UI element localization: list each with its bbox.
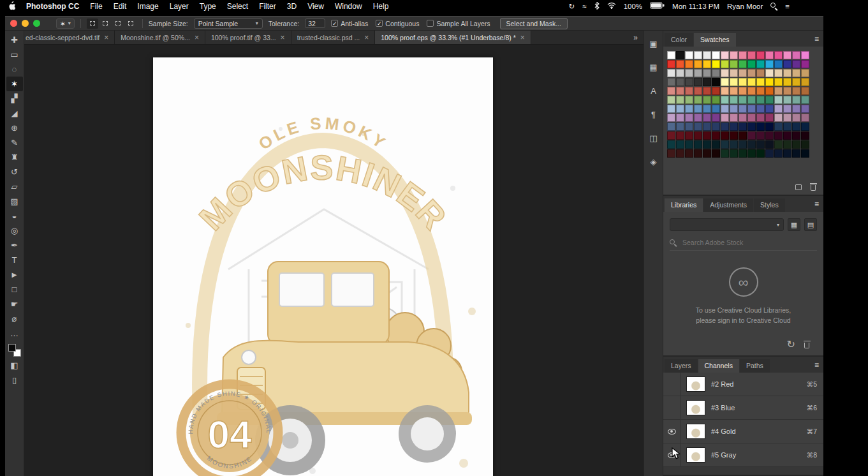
panel-tab-styles[interactable]: Styles bbox=[754, 198, 785, 212]
wifi-icon[interactable] bbox=[607, 2, 616, 10]
panel-tab-swatches[interactable]: Swatches bbox=[694, 33, 736, 47]
swatch[interactable] bbox=[792, 140, 800, 149]
swatch[interactable] bbox=[703, 78, 711, 86]
swatch[interactable] bbox=[747, 78, 756, 86]
collapsed-glyphs-panel-icon[interactable]: ◈ bbox=[647, 155, 661, 168]
swatch[interactable] bbox=[676, 114, 684, 122]
swatch[interactable] bbox=[747, 105, 756, 113]
swatch[interactable] bbox=[765, 140, 774, 149]
swatch[interactable] bbox=[703, 114, 711, 122]
swatch[interactable] bbox=[721, 60, 729, 68]
swatch[interactable] bbox=[703, 60, 711, 68]
swatch[interactable] bbox=[739, 123, 747, 131]
swatch[interactable] bbox=[721, 87, 729, 95]
swatch[interactable] bbox=[756, 131, 765, 140]
swatch[interactable] bbox=[739, 51, 747, 59]
swatch[interactable] bbox=[703, 69, 711, 77]
swatch[interactable] bbox=[730, 78, 738, 86]
swatch[interactable] bbox=[801, 96, 809, 104]
swatch[interactable] bbox=[685, 87, 693, 95]
swatch[interactable] bbox=[703, 87, 711, 95]
swatch[interactable] bbox=[703, 149, 711, 158]
swatch[interactable] bbox=[747, 140, 756, 149]
document-tab[interactable]: trusted-classic.psd ...× bbox=[291, 31, 376, 44]
swatch[interactable] bbox=[783, 51, 791, 59]
swatch[interactable] bbox=[801, 60, 809, 68]
swatch[interactable] bbox=[747, 51, 756, 59]
swatch[interactable] bbox=[703, 105, 711, 113]
checkbox-box[interactable]: ✓ bbox=[376, 20, 383, 27]
swatch[interactable] bbox=[712, 78, 720, 86]
tab-close-icon[interactable]: × bbox=[364, 33, 369, 42]
panel-tab-paths[interactable]: Paths bbox=[740, 359, 770, 373]
swatch[interactable] bbox=[792, 51, 800, 59]
swatch[interactable] bbox=[774, 105, 783, 113]
panel-tab-libraries[interactable]: Libraries bbox=[665, 198, 703, 212]
swatch[interactable] bbox=[712, 87, 720, 95]
swatch[interactable] bbox=[694, 114, 702, 122]
swatch[interactable] bbox=[774, 114, 783, 122]
swatch[interactable] bbox=[756, 114, 765, 122]
swatch[interactable] bbox=[730, 51, 738, 59]
swatch[interactable] bbox=[694, 78, 702, 86]
library-sync-icon[interactable]: ↻ bbox=[787, 338, 795, 350]
minimize-window-button[interactable] bbox=[22, 20, 29, 27]
swatch[interactable] bbox=[667, 51, 675, 59]
tool-preset-picker[interactable]: ✶ ▾ bbox=[56, 19, 75, 29]
swatch[interactable] bbox=[667, 96, 675, 104]
swatch[interactable] bbox=[730, 140, 738, 149]
collapsed-character-panel-icon[interactable]: A bbox=[647, 84, 661, 97]
channels-panel-menu-icon[interactable]: ≡ bbox=[814, 361, 819, 369]
swatch[interactable] bbox=[783, 78, 791, 86]
swatch[interactable] bbox=[685, 105, 693, 113]
swatch[interactable] bbox=[721, 123, 729, 131]
canvas-area[interactable]: OLE SMOKY MOONSHINER bbox=[24, 45, 644, 476]
new-selection-button[interactable] bbox=[87, 19, 98, 29]
swatch[interactable] bbox=[739, 105, 747, 113]
channel-row-2-red[interactable]: #2 Red⌘5 bbox=[663, 373, 823, 396]
swatch[interactable] bbox=[783, 140, 791, 149]
swatch[interactable] bbox=[667, 114, 675, 122]
sync-icon[interactable]: ↻ bbox=[569, 2, 575, 11]
battery-icon[interactable] bbox=[650, 2, 665, 10]
library-search-input[interactable] bbox=[681, 238, 790, 247]
swatch[interactable] bbox=[685, 60, 693, 68]
swatch[interactable] bbox=[801, 78, 809, 86]
clone-stamp-tool[interactable]: ♜ bbox=[6, 150, 23, 165]
dodge-tool[interactable]: ◎ bbox=[6, 223, 23, 238]
collapsed-history-panel-icon[interactable]: ▣ bbox=[647, 37, 661, 50]
swatches-panel-menu-icon[interactable]: ≡ bbox=[814, 34, 819, 43]
menu-item-filter[interactable]: Filter bbox=[259, 2, 276, 11]
swatch[interactable] bbox=[694, 149, 702, 158]
swatch[interactable] bbox=[685, 78, 693, 86]
menu-item-window[interactable]: Window bbox=[335, 2, 362, 11]
pen-tool[interactable]: ✒ bbox=[6, 238, 23, 253]
document-tab[interactable]: Moonshine.tif @ 50%...× bbox=[115, 31, 205, 44]
swatch[interactable] bbox=[712, 140, 720, 149]
swatch[interactable] bbox=[694, 51, 702, 59]
blur-tool[interactable]: ◒ bbox=[6, 209, 23, 223]
libraries-panel-menu-icon[interactable]: ≡ bbox=[814, 200, 819, 209]
swatch[interactable] bbox=[712, 60, 720, 68]
swatch[interactable] bbox=[730, 123, 738, 131]
swatch[interactable] bbox=[730, 87, 738, 95]
swatch[interactable] bbox=[694, 69, 702, 77]
collapsed-paragraph-panel-icon[interactable]: ¶ bbox=[647, 108, 661, 121]
swatch[interactable] bbox=[801, 140, 809, 149]
swatch[interactable] bbox=[721, 96, 729, 104]
checkbox-sample-all-layers[interactable]: Sample All Layers bbox=[427, 20, 490, 27]
swatch[interactable] bbox=[721, 69, 729, 77]
new-swatch-icon[interactable] bbox=[795, 184, 802, 190]
swatch[interactable] bbox=[756, 96, 765, 104]
brush-tool[interactable]: ✎ bbox=[6, 135, 23, 150]
swatch[interactable] bbox=[676, 60, 684, 68]
menu-item-image[interactable]: Image bbox=[137, 2, 158, 11]
swatch[interactable] bbox=[774, 87, 783, 95]
swatch[interactable] bbox=[765, 51, 774, 59]
swatch[interactable] bbox=[694, 140, 702, 149]
document-tab[interactable]: 100% proof.eps @ 33.3% (#1 Underbase/8) … bbox=[375, 31, 531, 44]
swatch[interactable] bbox=[685, 140, 693, 149]
tab-close-icon[interactable]: × bbox=[281, 33, 285, 42]
swatch[interactable] bbox=[694, 96, 702, 104]
swatch[interactable] bbox=[730, 149, 738, 158]
